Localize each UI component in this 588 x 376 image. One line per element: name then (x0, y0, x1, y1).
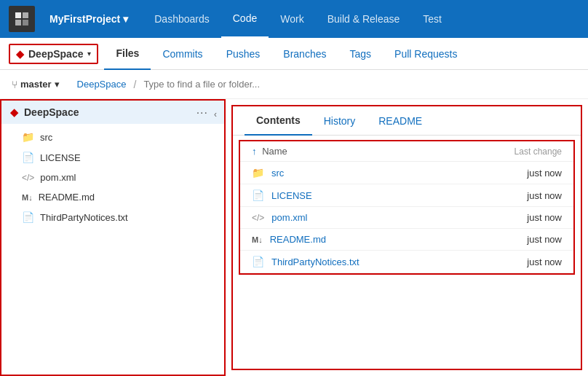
app-logo[interactable] (9, 6, 35, 32)
file-icon: 📄 (22, 211, 34, 223)
file-row-name: LICENSE (271, 190, 453, 201)
tree-item-pom[interactable]: </> pom.xml (1, 168, 224, 187)
branch-name: master (20, 79, 52, 90)
tree-item-src[interactable]: 📁 src (1, 127, 224, 147)
file-row-change: just now (453, 168, 562, 179)
svg-rect-2 (15, 20, 21, 26)
nav-item-dashboards[interactable]: Dashboards (143, 0, 221, 38)
file-row-name: pom.xml (271, 212, 453, 223)
svg-rect-0 (15, 12, 21, 18)
name-column-header: ↑ Name (252, 146, 453, 157)
tree-item-readme[interactable]: M↓ README.md (1, 187, 224, 207)
file-row-change: just now (453, 234, 562, 245)
content-tabs: Contents History README (233, 106, 581, 136)
tab-pushes[interactable]: Pushes (215, 38, 272, 70)
tab-files[interactable]: Files (104, 38, 151, 70)
tab-readme[interactable]: README (367, 106, 434, 136)
path-search-input[interactable] (143, 79, 576, 90)
left-panel-more-icon[interactable]: ··· (196, 106, 208, 120)
top-nav-items: Dashboards Code Work Build & Release Tes… (143, 0, 579, 38)
project-name: MyFirstProject (49, 13, 120, 25)
file-table-header: ↑ Name Last change (240, 141, 573, 162)
tab-tags[interactable]: Tags (338, 38, 383, 70)
branch-chevron-icon: ▾ (55, 79, 60, 90)
tree-item-label: ThirdPartyNotices.txt (40, 212, 128, 223)
project-selector[interactable]: MyFirstProject ▾ (41, 13, 137, 25)
right-panel-inner: Contents History README ↑ Name Last chan… (231, 105, 582, 370)
repo-chevron-icon: ▾ (87, 50, 91, 58)
sort-ascending-icon: ↑ (252, 146, 257, 157)
nav-item-code[interactable]: Code (221, 0, 269, 38)
file-table: ↑ Name Last change 📁 src just now 📄 LICE… (240, 141, 573, 273)
left-panel: ◆ DeepSpace ··· ‹ 📁 src 📄 LICENSE </> po… (0, 99, 226, 376)
tab-history[interactable]: History (312, 106, 368, 136)
file-icon: 📄 (252, 189, 264, 201)
svg-rect-1 (23, 12, 28, 18)
name-label: Name (262, 146, 287, 157)
breadcrumb-slash: / (133, 79, 136, 90)
breadcrumb-separator (67, 79, 70, 90)
top-nav: MyFirstProject ▾ Dashboards Code Work Bu… (0, 0, 588, 38)
tab-pull-requests[interactable]: Pull Requests (383, 38, 469, 70)
left-panel-header: ◆ DeepSpace ··· ‹ (1, 101, 224, 124)
tree-item-label: pom.xml (40, 172, 76, 183)
folder-icon: 📁 (22, 131, 34, 143)
repo-selector[interactable]: ◆ DeepSpace ▾ (9, 44, 98, 64)
repo-name: DeepSpace (28, 48, 83, 60)
left-panel-repo-title: DeepSpace (24, 106, 79, 118)
file-row-change: just now (453, 256, 562, 267)
tab-commits[interactable]: Commits (151, 38, 214, 70)
file-row-readme[interactable]: M↓ README.md just now (240, 229, 573, 251)
md-icon: M↓ (252, 235, 263, 244)
file-icon: 📄 (22, 152, 34, 163)
xml-icon: </> (22, 173, 34, 183)
file-row-change: just now (453, 212, 562, 223)
project-chevron-icon: ▾ (123, 13, 128, 25)
branch-icon: ⑂ (12, 79, 17, 90)
file-tree: 📁 src 📄 LICENSE </> pom.xml M↓ README.md… (1, 124, 224, 230)
tree-item-license[interactable]: 📄 LICENSE (1, 147, 224, 168)
file-row-src[interactable]: 📁 src just now (240, 162, 573, 184)
nav-item-work[interactable]: Work (269, 0, 315, 38)
tree-item-label: LICENSE (40, 152, 81, 163)
last-change-column-header: Last change (453, 146, 562, 157)
tree-item-third-party[interactable]: 📄 ThirdPartyNotices.txt (1, 207, 224, 227)
main-content: ◆ DeepSpace ··· ‹ 📁 src 📄 LICENSE </> po… (0, 99, 588, 376)
left-panel-repo-icon: ◆ (10, 106, 18, 118)
folder-icon: 📁 (252, 167, 264, 179)
repo-icon: ◆ (16, 48, 24, 60)
file-icon: 📄 (252, 256, 264, 267)
right-panel: Contents History README ↑ Name Last chan… (226, 99, 588, 376)
file-table-box: ↑ Name Last change 📁 src just now 📄 LICE… (239, 140, 575, 275)
file-row-name: src (271, 168, 453, 179)
file-row-license[interactable]: 📄 LICENSE just now (240, 184, 573, 207)
tree-item-label: src (40, 132, 52, 143)
second-nav: ◆ DeepSpace ▾ Files Commits Pushes Branc… (0, 38, 588, 70)
xml-icon: </> (252, 213, 264, 223)
left-panel-collapse-icon[interactable]: ‹ (210, 106, 221, 122)
file-row-name: README.md (270, 234, 453, 245)
tab-contents[interactable]: Contents (245, 106, 312, 136)
branch-selector[interactable]: ⑂ master ▾ (12, 79, 60, 90)
svg-rect-3 (23, 20, 28, 26)
breadcrumb-repo-link[interactable]: DeepSpace (77, 79, 127, 90)
second-nav-items: Files Commits Pushes Branches Tags Pull … (104, 38, 469, 70)
breadcrumb-bar: ⑂ master ▾ DeepSpace / (0, 70, 588, 99)
md-icon: M↓ (22, 193, 33, 202)
nav-item-test[interactable]: Test (411, 0, 453, 38)
file-row-third-party[interactable]: 📄 ThirdPartyNotices.txt just now (240, 251, 573, 273)
nav-item-build-release[interactable]: Build & Release (316, 0, 412, 38)
tab-branches[interactable]: Branches (271, 38, 338, 70)
file-row-pom[interactable]: </> pom.xml just now (240, 207, 573, 229)
file-row-change: just now (453, 190, 562, 201)
tree-item-label: README.md (39, 192, 95, 203)
file-row-name: ThirdPartyNotices.txt (271, 256, 453, 267)
